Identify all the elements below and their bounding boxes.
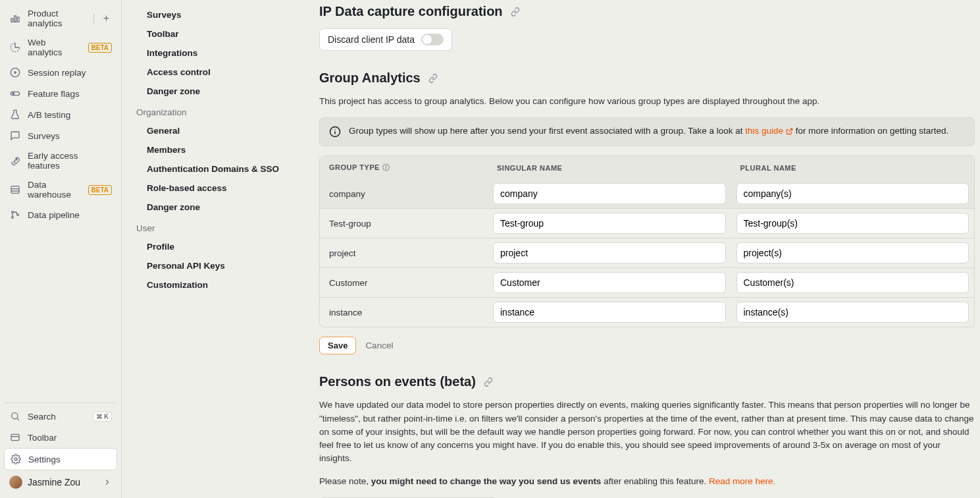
user-menu[interactable]: Jasmine Zou (4, 470, 117, 494)
search-item[interactable]: Search ⌘ K (4, 406, 117, 427)
toolbar-icon (9, 431, 21, 443)
svg-line-23 (788, 129, 792, 132)
ip-title: IP Data capture configuration (319, 4, 503, 19)
user-header: User (136, 217, 293, 237)
plural-input[interactable] (736, 302, 969, 323)
read-more-link[interactable]: Read more here. (709, 476, 775, 486)
settings-org-danger-zone[interactable]: Danger zone (136, 198, 293, 217)
settings-project-access-control[interactable]: Access control (136, 63, 293, 82)
help-icon[interactable]: ⓘ (382, 163, 390, 171)
settings-user-personal-api-keys[interactable]: Personal API Keys (136, 256, 293, 275)
settings-project-integrations[interactable]: Integrations (136, 43, 293, 63)
nav-label: Surveys (28, 131, 112, 141)
nav-database[interactable]: Data warehouseBETA (4, 175, 117, 204)
group-section: Group Analytics This project has access … (319, 70, 975, 354)
plural-input[interactable] (736, 242, 969, 263)
nav-rocket[interactable]: Early access features (4, 146, 117, 175)
svg-point-15 (12, 413, 18, 419)
toolbar-label: Toolbar (28, 433, 112, 443)
link-icon[interactable] (511, 7, 520, 16)
plural-input[interactable] (736, 183, 969, 204)
group-type-name: Test-group (320, 212, 488, 235)
link-icon[interactable] (428, 74, 438, 83)
plural-input[interactable] (736, 272, 969, 293)
poe-title: Persons on events (beta) (319, 374, 476, 389)
poe-section: Persons on events (beta) We have updated… (319, 374, 975, 498)
nav-label: Product analytics (28, 9, 86, 28)
singular-input[interactable] (493, 302, 726, 323)
group-desc: This project has access to group analyti… (319, 95, 975, 108)
svg-line-16 (17, 418, 19, 420)
toggle-icon (9, 88, 21, 99)
nav-play-circle[interactable]: Session replay (4, 62, 117, 83)
svg-point-14 (17, 214, 19, 216)
guide-link[interactable]: this guide (745, 126, 793, 136)
th-group-type: GROUP TYPE (329, 163, 380, 171)
settings-org-general[interactable]: General (136, 121, 293, 140)
settings-project-toolbar[interactable]: Toolbar (136, 24, 293, 43)
toggle-switch[interactable] (421, 34, 444, 45)
nav-label: Early access features (28, 151, 112, 171)
play-circle-icon (9, 67, 21, 78)
svg-rect-0 (11, 18, 13, 22)
settings-item[interactable]: Settings (4, 448, 117, 470)
table-row: project (320, 238, 974, 267)
save-button[interactable]: Save (319, 337, 356, 354)
settings-org-role-based-access[interactable]: Role-based access (136, 179, 293, 198)
settings-project-danger-zone[interactable]: Danger zone (136, 82, 293, 101)
discard-ip-label: Discard client IP data (328, 34, 415, 45)
th-plural: PLURAL NAME (731, 157, 975, 179)
singular-input[interactable] (493, 213, 726, 234)
settings-org-authentication-domains-sso[interactable]: Authentication Domains & SSO (136, 159, 293, 179)
group-type-name: company (320, 182, 488, 206)
nav-label: Session replay (28, 68, 112, 78)
settings-org-members[interactable]: Members (136, 140, 293, 159)
external-link-icon (786, 128, 793, 135)
svg-marker-4 (14, 70, 17, 74)
settings-project-surveys[interactable]: Surveys (136, 5, 293, 24)
nav-flask[interactable]: A/B testing (4, 104, 117, 125)
main-content: IP Data capture configuration Discard cl… (305, 0, 980, 498)
beta-tag: BETA (88, 43, 112, 53)
link-icon[interactable] (484, 377, 493, 387)
nav-branch[interactable]: Data pipeline (4, 204, 117, 225)
table-row: company (320, 179, 974, 208)
table-row: Test-group (320, 208, 974, 238)
settings-user-profile[interactable]: Profile (136, 237, 293, 256)
nav-label: Web analytics (28, 38, 82, 57)
nav-chat[interactable]: Surveys (4, 125, 117, 146)
search-icon (9, 410, 21, 422)
plus-icon[interactable]: + (101, 13, 112, 24)
pie-dash-icon (9, 42, 21, 53)
banner-text: Group types will show up here after you … (349, 126, 948, 136)
svg-point-13 (12, 217, 14, 219)
svg-point-6 (13, 93, 14, 95)
svg-rect-1 (14, 16, 16, 22)
avatar (9, 476, 22, 489)
group-type-name: instance (320, 301, 488, 324)
org-header: Organization (136, 101, 293, 121)
settings-user-customization[interactable]: Customization (136, 275, 293, 294)
svg-rect-2 (17, 17, 19, 22)
nav-toggle[interactable]: Feature flags (4, 83, 117, 104)
beta-tag: BETA (88, 185, 112, 195)
singular-input[interactable] (493, 242, 726, 263)
ip-section: IP Data capture configuration Discard cl… (319, 4, 975, 51)
cancel-button[interactable]: Cancel (365, 341, 393, 350)
info-icon (329, 126, 341, 138)
svg-point-22 (334, 129, 336, 130)
discard-ip-toggle[interactable]: Discard client IP data (319, 28, 452, 51)
group-type-name: Customer (320, 271, 488, 294)
table-header: GROUP TYPEⓘ SINGULAR NAME PLURAL NAME (320, 156, 974, 179)
plural-input[interactable] (736, 213, 969, 234)
gear-icon (10, 453, 22, 465)
group-title: Group Analytics (319, 70, 421, 86)
poe-desc: We have updated our data model to store … (319, 399, 975, 465)
singular-input[interactable] (493, 272, 726, 293)
singular-input[interactable] (493, 183, 726, 204)
search-label: Search (28, 412, 86, 422)
toolbar-item[interactable]: Toolbar (4, 427, 117, 448)
nav-label: Data warehouse (28, 180, 82, 200)
nav-pie-dash[interactable]: Web analyticsBETA (4, 33, 117, 62)
nav-bar-chart[interactable]: Product analytics+ (4, 4, 117, 33)
